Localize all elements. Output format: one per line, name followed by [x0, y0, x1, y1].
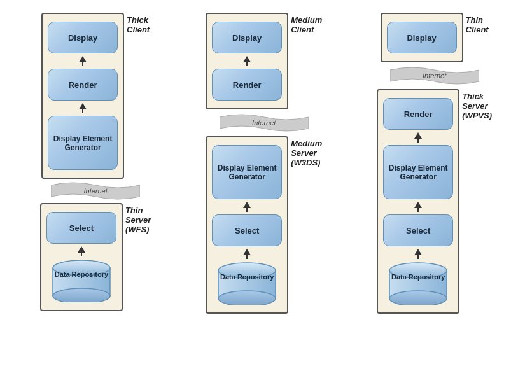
mid-cylinder: Data Repository — [215, 262, 279, 305]
right-cylinder-label: Data Repository — [386, 273, 450, 281]
arrow-up-icon — [243, 202, 251, 208]
left-client-title: Thick Client — [127, 15, 150, 34]
arrow-up-icon — [414, 202, 422, 208]
left-select-box: Select — [46, 212, 116, 244]
left-render-box: Render — [48, 69, 118, 101]
right-client-title: Thin Client — [466, 15, 489, 34]
right-server-box: Render Display Element Generator Select — [377, 89, 459, 314]
mid-internet-label: Internet — [252, 119, 276, 127]
arrow-up-icon — [243, 56, 251, 62]
arrow-shaft — [417, 139, 419, 143]
left-server-title: Thin Server (WFS) — [125, 206, 151, 234]
arrow-up-icon — [78, 246, 85, 253]
arrow-shaft — [81, 253, 82, 256]
mid-arrow-2 — [243, 202, 251, 212]
right-arrow-1 — [414, 132, 422, 143]
arrow-shaft — [82, 62, 83, 66]
left-cylinder-label: Data Repository — [50, 270, 113, 279]
left-arrow-1 — [79, 56, 87, 66]
diagram-container: Display Render Display Element Generator — [0, 0, 532, 392]
mid-server-box: Display Element Generator Select — [206, 136, 288, 314]
right-arrow-3 — [414, 249, 422, 259]
arrow-shaft — [82, 109, 83, 113]
right-server-title: Thick Server (WPVS) — [462, 92, 492, 120]
mid-server-title: Medium Server (W3DS) — [291, 139, 322, 167]
arrow-up-icon — [79, 56, 87, 62]
svg-point-2 — [53, 288, 110, 302]
mid-select-box: Select — [212, 214, 282, 246]
mid-arrow-3 — [243, 249, 251, 259]
mid-internet-ribbon: Internet — [220, 112, 309, 134]
cylinder-svg — [50, 259, 113, 302]
right-arrow-2 — [414, 202, 422, 212]
cylinder-svg — [386, 262, 450, 305]
arrow-shaft — [417, 255, 419, 259]
left-internet-ribbon: Internet — [51, 180, 140, 202]
svg-point-5 — [218, 291, 276, 305]
right-select-box: Select — [383, 214, 453, 246]
arrow-up-icon — [243, 249, 251, 255]
left-column: Display Render Display Element Generator — [40, 13, 151, 311]
left-internet-label: Internet — [83, 187, 107, 195]
svg-point-8 — [389, 291, 447, 305]
mid-column: Display Render Medium Client Internet — [206, 13, 322, 314]
arrow-shaft — [246, 255, 248, 259]
right-deg-box: Display Element Generator — [383, 145, 453, 199]
right-internet-label: Internet — [423, 72, 446, 80]
left-cylinder: Data Repository — [50, 259, 113, 302]
right-display-box: Display — [387, 22, 457, 53]
mid-arrow-1 — [243, 56, 251, 66]
right-render-box: Render — [383, 98, 453, 130]
left-server-box: Select — [40, 203, 123, 311]
cylinder-svg — [215, 262, 279, 305]
mid-display-box: Display — [212, 22, 282, 53]
mid-deg-box: Display Element Generator — [212, 145, 282, 199]
right-column: Display Thin Client Internet Render — [377, 13, 492, 314]
left-client-box: Display Render Display Element Generator — [41, 13, 124, 179]
mid-client-title: Medium Client — [291, 15, 322, 34]
left-deg-box: Display Element Generator — [48, 116, 118, 170]
right-internet-ribbon: Internet — [390, 65, 479, 87]
arrow-shaft — [417, 208, 419, 212]
right-cylinder: Data Repository — [386, 262, 450, 305]
left-display-box: Display — [48, 22, 118, 53]
arrow-up-icon — [414, 249, 422, 255]
right-client-box: Display — [381, 13, 463, 62]
mid-client-box: Display Render — [206, 13, 288, 109]
mid-cylinder-label: Data Repository — [215, 273, 279, 281]
arrow-up-icon — [79, 103, 87, 109]
left-arrow-2 — [79, 103, 87, 113]
arrow-up-icon — [414, 132, 422, 139]
arrow-shaft — [246, 62, 248, 66]
mid-render-box: Render — [212, 69, 282, 101]
left-arrow-3 — [78, 246, 85, 256]
arrow-shaft — [246, 208, 248, 212]
